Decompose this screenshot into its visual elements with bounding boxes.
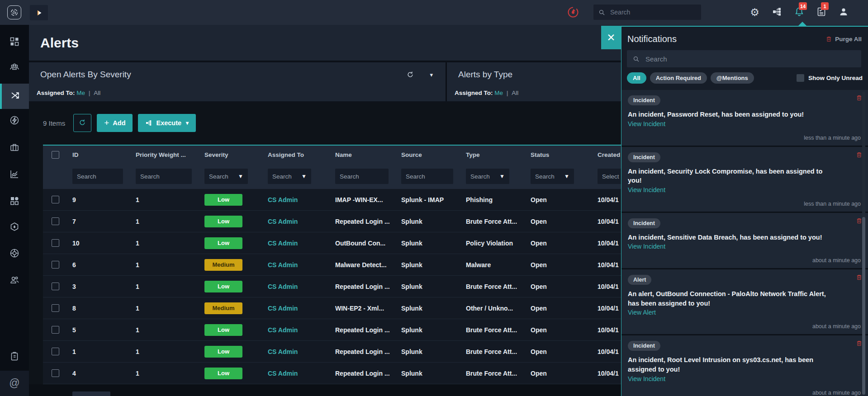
sidebar-item-teams[interactable] [0,57,29,79]
clipboard-icon [9,351,20,363]
global-search-input[interactable] [610,9,697,16]
notifications-close-button[interactable]: ✕ [601,26,621,49]
topbar-notifications-button[interactable]: 14 [793,6,805,19]
app-logo-icon[interactable] [7,5,21,19]
notification-link[interactable]: View Incident [628,186,843,193]
assigned-to-link[interactable]: CS Admin [263,261,331,269]
column-header[interactable]: Source [397,151,461,158]
purge-all-button[interactable]: Purge All [825,36,862,42]
topbar-profile-button[interactable] [837,6,849,19]
add-button[interactable]: + Add [97,114,133,132]
sidebar-item-widgets[interactable] [0,191,29,212]
filter-input[interactable] [136,169,192,184]
row-checkbox[interactable] [52,326,59,334]
id-cell: 6 [68,261,131,269]
column-header[interactable]: ID [68,151,131,158]
delete-notification-icon[interactable] [856,94,863,101]
column-header[interactable]: Priority Weight ... [131,151,200,158]
assigned-all-link[interactable]: All [512,90,518,96]
assigned-all-link[interactable]: All [94,90,100,96]
filter-select[interactable]: Search▼ [268,169,311,184]
notifications-search-input[interactable] [645,55,856,63]
row-checkbox[interactable] [52,283,59,290]
row-checkbox[interactable] [52,217,59,225]
select-all-checkbox[interactable] [52,151,59,159]
scrollbar-thumb[interactable] [862,217,865,395]
column-header[interactable]: Severity [200,151,263,158]
notification-link[interactable]: View Incident [628,120,843,127]
widget-title: Alerts by Type [458,70,512,80]
sidebar-item-users[interactable] [0,270,29,292]
purge-all-label: Purge All [835,36,862,42]
delete-notification-icon[interactable] [856,217,863,224]
row-checkbox[interactable] [52,304,59,312]
severity-cell: Low [200,194,263,206]
column-header[interactable]: Type [461,151,526,158]
notification-link[interactable]: View Incident [628,375,843,382]
notification-message: An incident, Security Lock Compromise, h… [628,167,836,185]
playbook-run-tab[interactable] [30,5,48,20]
column-header[interactable]: Status [526,151,593,158]
page-size-select[interactable] [72,391,110,396]
filter-select[interactable]: Search▼ [531,169,574,184]
global-search [593,5,701,20]
unread-checkbox[interactable] [797,74,804,82]
row-checkbox[interactable] [52,348,59,355]
sidebar-item-dashboards[interactable] [0,32,29,53]
assigned-to-link[interactable]: CS Admin [263,326,331,334]
notification-type-badge: Alert [628,275,651,285]
assigned-me-link[interactable]: Me [494,90,503,96]
sidebar-item-network[interactable] [0,243,29,265]
hexagon-icon [9,222,20,234]
filter-select[interactable]: Search▼ [466,169,509,184]
row-checkbox[interactable] [52,369,59,377]
execute-button[interactable]: Execute ▾ [138,114,196,132]
sidebar-item-automations[interactable] [0,110,29,132]
row-checkbox[interactable] [52,261,59,269]
row-checkbox[interactable] [52,239,59,247]
id-cell: 3 [68,283,131,290]
notif-filter-pill[interactable]: Action Required [650,72,707,84]
assigned-to-link[interactable]: CS Admin [263,370,331,377]
assigned-to-link[interactable]: CS Admin [263,240,331,247]
sidebar-item-task-list[interactable] [0,346,29,368]
name-cell: Repeated Login ... [331,370,397,377]
status-cell: Open [526,196,593,203]
notif-filter-pill[interactable]: @Mentions [711,72,754,84]
notification-link[interactable]: View Incident [628,243,843,250]
chevron-down-icon: ▼ [301,173,307,179]
refresh-icon[interactable] [406,71,414,79]
assigned-to-link[interactable]: CS Admin [263,305,331,312]
live-record-icon[interactable] [567,6,579,19]
assigned-to-link[interactable]: CS Admin [263,348,331,355]
assigned-to-link[interactable]: CS Admin [263,218,331,225]
filter-select[interactable]: Search▼ [204,169,248,184]
assigned-me-link[interactable]: Me [76,90,85,96]
column-header[interactable]: Name [331,151,397,158]
row-checkbox[interactable] [52,196,59,203]
close-icon: ✕ [607,32,615,43]
sidebar-item-cases[interactable] [0,137,29,159]
notif-filter-pill[interactable]: All [627,72,646,84]
sidebar-item-reports[interactable] [0,164,29,186]
assigned-to-link[interactable]: CS Admin [263,196,331,203]
assigned-to-link[interactable]: CS Admin [263,283,331,290]
sidebar-item-mentions[interactable]: @ [0,372,29,394]
topbar-settings-button[interactable]: ⚙ [749,6,761,19]
chevron-down-icon[interactable]: ▾ [430,71,433,78]
topbar-tasks-button[interactable]: 1 [815,6,827,19]
delete-notification-icon[interactable] [856,340,863,347]
delete-notification-icon[interactable] [856,151,863,158]
refresh-table-button[interactable] [73,114,91,132]
notification-link[interactable]: View Alert [628,309,843,316]
sidebar-item-missions[interactable] [0,217,29,239]
sidebar-item-alerts[interactable] [0,84,29,109]
topbar-integrations-button[interactable] [771,6,783,19]
column-header[interactable]: Assigned To [263,151,331,158]
filter-input[interactable] [72,169,123,184]
filter-input[interactable] [401,169,453,184]
trash-icon [825,36,832,42]
show-only-unread-toggle[interactable]: Show Only Unread [797,74,863,82]
filter-input[interactable] [335,169,389,184]
delete-notification-icon[interactable] [856,274,863,281]
